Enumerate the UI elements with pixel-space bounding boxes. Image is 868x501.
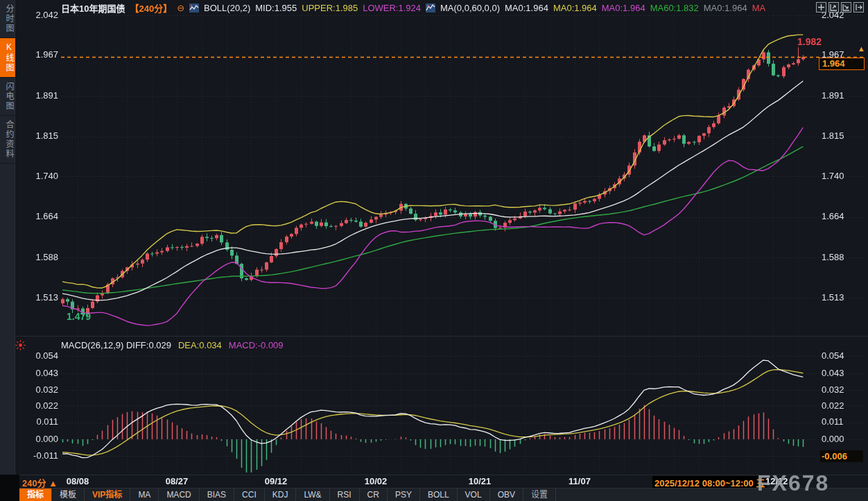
scroll-right-arrow-icon[interactable]: ▲	[858, 44, 865, 53]
price-tick-left-1: 1.967	[12, 49, 58, 60]
price-tick-left-5: 1.664	[12, 211, 58, 222]
toolbar-ma[interactable]: MA	[130, 489, 159, 501]
price-tick-right-2: 1.891	[822, 90, 844, 101]
time-axis-row: 240分 ▲ 08/08 08/27 09/12 10/02 10/21 11/…	[0, 475, 868, 488]
macd-tick-left-6: -0.011	[12, 450, 58, 461]
toolbar-bias[interactable]: BIAS	[200, 489, 234, 501]
price-tick-right-3: 1.815	[822, 130, 844, 142]
boll-params: BOLL(20,2)	[204, 3, 250, 13]
scroll-latest-icon[interactable]	[853, 2, 864, 12]
date-label-4: 10/21	[469, 476, 492, 486]
date-label-1: 08/27	[166, 476, 189, 486]
price-tick-left-7: 1.513	[12, 292, 58, 303]
toolbar-macd[interactable]: MACD	[159, 489, 199, 501]
boll-lower-value: LOWER:1.924	[363, 3, 421, 13]
zoom-in-axis-icon[interactable]	[841, 2, 851, 12]
sidebar-item-timeshare[interactable]: 分时图	[0, 0, 15, 38]
price-tick-right-4: 1.740	[822, 171, 844, 182]
sidebar-item-kline[interactable]: K线图	[0, 38, 15, 78]
macd-hist-value: MACD:-0.009	[229, 340, 284, 350]
macd-dea-value: DEA:0.034	[178, 340, 222, 350]
boll-indicator-icon[interactable]	[189, 3, 199, 12]
period-label[interactable]: 【240分】	[130, 1, 172, 15]
date-label-2: 09/12	[265, 476, 288, 486]
macd-tick-left-2: 0.032	[12, 384, 58, 396]
date-label-0: 08/08	[67, 476, 89, 486]
macd-tick-right-1: 0.043	[822, 368, 844, 379]
toolbar-boll[interactable]: BOLL	[420, 489, 458, 501]
date-label-5: 11/07	[568, 476, 591, 486]
trading-terminal: 分时图 K线图 闪电图 合约资料 日本10年期国债 【240分】 ⊖ BOLL(…	[0, 0, 868, 501]
ma-value-3: MA60:1.832	[650, 3, 699, 13]
macd-tick-left-4: 0.011	[12, 416, 58, 427]
sidebar-item-lightning[interactable]: 闪电图	[0, 78, 15, 116]
price-tick-right-5: 1.664	[822, 211, 844, 222]
ma-params: MA(0,0,60,0,0)	[440, 3, 500, 13]
toolbar-obv[interactable]: OBV	[490, 489, 523, 501]
zoom-out-axis-icon[interactable]	[828, 2, 839, 12]
ma-value-5: MA	[752, 3, 766, 13]
last-price-tag: 1.964	[819, 58, 865, 70]
ma-value-0: MA0:1.964	[505, 3, 548, 13]
chart-toolbuttons	[816, 2, 864, 12]
price-tick-left-3: 1.815	[12, 130, 58, 142]
macd-tick-left-0: 0.054	[12, 350, 58, 362]
toolbar-lw[interactable]: LW&	[296, 489, 329, 501]
macd-tick-left-5: 0.000	[12, 434, 58, 445]
toolbar-kdj[interactable]: KDJ	[265, 489, 297, 501]
ma-value-1: MA0:1.964	[553, 3, 597, 13]
toolbar-template-tab[interactable]: 模板	[52, 489, 85, 501]
macd-tick-left-1: 0.043	[12, 368, 58, 379]
macd-tick-right-0: 0.054	[822, 350, 844, 362]
macd-diff-value: MACD(26,12,9) DIFF:0.029	[61, 340, 171, 350]
toolbar-vol[interactable]: VOL	[458, 489, 490, 501]
ma-indicator-icon[interactable]	[426, 3, 435, 12]
boll-upper-value: UPPER:1.985	[302, 3, 358, 13]
corner-block	[0, 475, 19, 501]
chart-header: 日本10年期国债 【240分】 ⊖ BOLL(20,2) MID:1.955 U…	[61, 2, 765, 13]
collapse-icon[interactable]: ⊖	[177, 3, 184, 13]
period-low-label: 1.479	[67, 311, 91, 322]
toolbar-vip-indicator-tab[interactable]: VIP指标	[85, 489, 130, 501]
date-label-3: 10/02	[365, 476, 388, 486]
toolbar-rsi[interactable]: RSI	[330, 489, 360, 501]
toolbar-cr[interactable]: CR	[360, 489, 388, 501]
indicator-toolbar: 指标 模板 VIP指标 MA MACD BIAS CCI KDJ LW& RSI…	[0, 488, 868, 501]
watermark: FX678	[757, 470, 829, 496]
macd-tick-right-3: 0.022	[822, 400, 844, 411]
crosshair-icon[interactable]	[816, 2, 826, 12]
ma-value-4: MA0:1.964	[704, 3, 747, 13]
macd-tick-right-5: 0.000	[822, 434, 844, 445]
sidebar-item-contract-info[interactable]: 合约资料	[0, 116, 15, 164]
macd-header: MACD(26,12,9) DIFF:0.029 DEA:0.034 MACD:…	[61, 340, 284, 350]
macd-tick-left-3: 0.022	[12, 400, 58, 411]
macd-tick-right-4: 0.011	[822, 416, 844, 427]
left-sidebar: 分时图 K线图 闪电图 合约资料	[0, 0, 15, 475]
indicator-marker-icon[interactable]	[15, 339, 26, 351]
instrument-title: 日本10年期国债	[61, 1, 125, 15]
price-tick-left-2: 1.891	[12, 90, 58, 101]
price-tick-left-4: 1.740	[12, 171, 58, 182]
price-chart-canvas[interactable]	[0, 0, 868, 501]
price-tick-left-6: 1.588	[12, 252, 58, 263]
price-tick-right-6: 1.588	[822, 252, 844, 263]
toolbar-indicator-tab[interactable]: 指标	[19, 489, 52, 501]
macd-last-hist-tag: -0.006	[820, 450, 863, 462]
ma-value-2: MA0:1.964	[602, 3, 645, 13]
toolbar-settings[interactable]: 设置	[523, 489, 556, 501]
session-high-label: 1.982	[797, 36, 822, 47]
price-tick-left-0: 2.042	[12, 10, 58, 21]
toolbar-cci[interactable]: CCI	[234, 489, 265, 501]
price-tick-right-7: 1.513	[822, 292, 844, 303]
toolbar-psy[interactable]: PSY	[388, 489, 420, 501]
boll-mid-value: MID:1.955	[255, 3, 297, 13]
macd-tick-right-2: 0.032	[822, 384, 844, 396]
